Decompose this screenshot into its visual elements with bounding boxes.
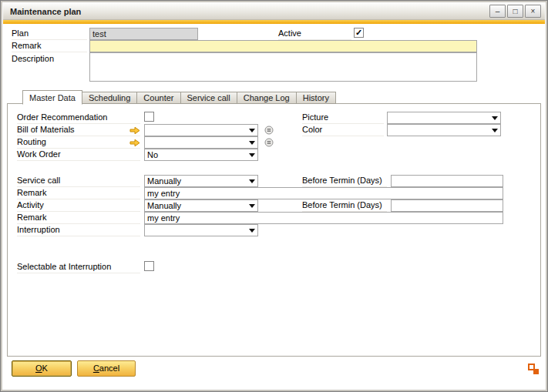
- color-dropdown[interactable]: [387, 124, 501, 136]
- remark-field[interactable]: [89, 40, 477, 52]
- link-arrow-icon[interactable]: [129, 139, 140, 147]
- picture-label: Picture: [302, 112, 384, 124]
- maximize-button[interactable]: □: [507, 5, 523, 18]
- form-mode-icon[interactable]: [528, 364, 539, 374]
- work-order-dropdown[interactable]: No: [144, 149, 258, 161]
- activity-label: Activity: [17, 200, 140, 212]
- dropdown-arrow-icon[interactable]: [247, 200, 257, 211]
- service-call-label: Service call: [17, 176, 140, 187]
- cancel-button[interactable]: Cancel: [77, 360, 136, 377]
- dropdown-arrow-icon[interactable]: [247, 137, 257, 148]
- dropdown-arrow-icon[interactable]: [247, 225, 257, 236]
- tab-service-call[interactable]: Service call: [180, 92, 237, 104]
- activity-remark-label: Remark: [17, 213, 140, 224]
- activity-remark-input[interactable]: [144, 212, 503, 224]
- active-checkbox[interactable]: ✓: [354, 28, 364, 38]
- service-call-value: Manually: [147, 176, 181, 186]
- order-recommendation-checkbox[interactable]: [144, 112, 154, 122]
- description-label: Description: [12, 54, 87, 65]
- maximize-icon: □: [513, 7, 517, 15]
- ok-button[interactable]: OK: [12, 360, 72, 377]
- before-termin-days-label: Before Termin (Days): [302, 200, 387, 212]
- routing-dropdown[interactable]: [144, 136, 258, 149]
- activity-value: Manually: [147, 201, 181, 210]
- activity-dropdown[interactable]: Manually: [144, 199, 258, 212]
- plan-label: Plan: [12, 28, 87, 40]
- bill-of-materials-dropdown[interactable]: [144, 124, 258, 136]
- dropdown-arrow-icon[interactable]: [247, 125, 257, 136]
- maintenance-plan-window: Maintenance plan – □ × Plan Active ✓ Rem…: [0, 0, 548, 392]
- interruption-dropdown[interactable]: [144, 224, 258, 236]
- tab-counter[interactable]: Counter: [136, 92, 180, 104]
- dropdown-arrow-icon[interactable]: [247, 149, 257, 160]
- tab-history[interactable]: History: [296, 92, 336, 104]
- choose-from-list-icon[interactable]: [264, 138, 274, 147]
- dropdown-arrow-icon[interactable]: [489, 125, 500, 136]
- accent-bar: [3, 20, 545, 24]
- bill-of-materials-label: Bill of Materials: [17, 125, 140, 136]
- routing-label: Routing: [17, 137, 140, 149]
- service-call-dropdown[interactable]: Manually: [144, 175, 258, 187]
- link-arrow-icon[interactable]: [129, 126, 140, 135]
- window-title: Maintenance plan: [10, 7, 81, 16]
- close-button[interactable]: ×: [525, 5, 541, 18]
- cancel-button-label: Cancel: [78, 361, 135, 376]
- work-order-value: No: [147, 150, 158, 159]
- work-order-label: Work Order: [17, 149, 140, 161]
- checkmark-glyph: ✓: [355, 28, 363, 37]
- picture-dropdown[interactable]: [387, 112, 501, 124]
- dropdown-arrow-icon[interactable]: [489, 112, 500, 123]
- before-termin-days-service-input[interactable]: [391, 175, 503, 187]
- choose-from-list-icon[interactable]: [264, 126, 274, 135]
- order-recommendation-label: Order Recommendation: [17, 112, 140, 124]
- tab-strip: Master Data Scheduling Counter Service c…: [22, 90, 335, 104]
- minimize-button[interactable]: –: [489, 5, 506, 18]
- selectable-at-interruption-label: Selectable at Interruption: [17, 262, 140, 273]
- plan-field: [89, 28, 198, 40]
- active-label: Active: [278, 28, 351, 40]
- title-bar: Maintenance plan – □ ×: [3, 3, 545, 20]
- window-controls: – □ ×: [489, 5, 541, 18]
- tab-master-data[interactable]: Master Data: [22, 90, 82, 105]
- description-field[interactable]: [89, 52, 477, 82]
- before-termin-days-activity-input[interactable]: [391, 199, 503, 212]
- service-remark-label: Remark: [17, 188, 140, 199]
- form-mode-filled-square: [533, 369, 539, 374]
- dropdown-arrow-icon[interactable]: [247, 176, 257, 186]
- service-remark-input[interactable]: [144, 187, 503, 199]
- tab-scheduling[interactable]: Scheduling: [82, 92, 137, 104]
- minimize-icon: –: [496, 7, 500, 15]
- tab-change-log[interactable]: Change Log: [237, 92, 297, 104]
- remark-label: Remark: [12, 41, 87, 52]
- ok-button-label: OK: [12, 361, 71, 376]
- selectable-at-interruption-checkbox[interactable]: [144, 261, 154, 271]
- master-data-panel: Order Recommendation Picture Bill of Mat…: [7, 103, 541, 357]
- before-termin-days-label: Before Termin (Days): [302, 176, 387, 187]
- interruption-label: Interruption: [17, 225, 140, 236]
- close-icon: ×: [531, 7, 536, 15]
- color-label: Color: [302, 125, 384, 136]
